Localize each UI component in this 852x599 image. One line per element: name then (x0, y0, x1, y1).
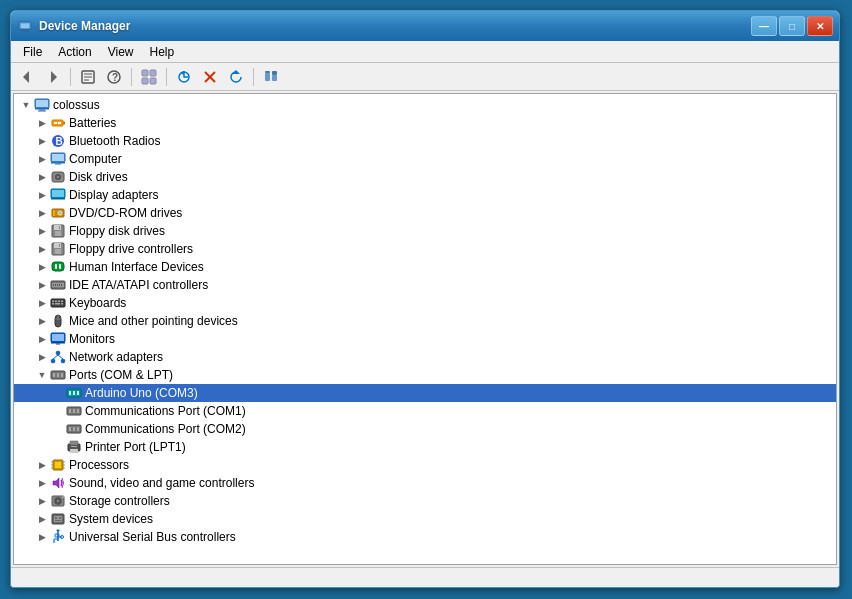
list-item[interactable]: ▶ Storage controllers (14, 492, 836, 510)
svg-text:?: ? (112, 72, 118, 83)
svg-rect-95 (77, 391, 79, 395)
tree-root[interactable]: ▼ colossus (14, 96, 836, 114)
menu-action[interactable]: Action (50, 43, 99, 61)
system-icon (50, 511, 66, 527)
svg-rect-82 (56, 344, 60, 345)
list-item[interactable]: ▶ Human Interface Devices (14, 258, 836, 276)
network-expander[interactable]: ▶ (34, 349, 50, 365)
ide-expander[interactable]: ▶ (34, 277, 50, 293)
scan-button[interactable] (224, 66, 248, 88)
list-item[interactable]: ▶ Sound, video and game controllers (14, 474, 836, 492)
update-driver-button[interactable] (172, 66, 196, 88)
root-expander[interactable]: ▼ (18, 97, 34, 113)
list-item[interactable]: ▶ Floppy drive controllers (14, 240, 836, 258)
bluetooth-expander[interactable]: ▶ (34, 133, 50, 149)
svg-rect-66 (57, 284, 58, 286)
list-item[interactable]: ▶ Processors (14, 456, 836, 474)
list-item[interactable]: ▶ Communications Port (COM1) (14, 402, 836, 420)
svg-text:B: B (56, 136, 63, 147)
maximize-button[interactable]: □ (779, 16, 805, 36)
svg-rect-101 (69, 427, 71, 431)
hid-label: Human Interface Devices (69, 260, 204, 274)
list-item[interactable]: ▶ Monitors (14, 330, 836, 348)
monitors-expander[interactable]: ▶ (34, 331, 50, 347)
list-item[interactable]: ▶ DVD/CD-ROM drives (14, 204, 836, 222)
menu-view[interactable]: View (100, 43, 142, 61)
help-button[interactable]: ? (102, 66, 126, 88)
computer-expander[interactable]: ▶ (34, 151, 50, 167)
keyboards-expander[interactable]: ▶ (34, 295, 50, 311)
system-expander[interactable]: ▶ (34, 511, 50, 527)
svg-rect-76 (61, 303, 63, 305)
svg-rect-94 (73, 391, 75, 395)
ports-icon (50, 367, 66, 383)
usb-expander[interactable]: ▶ (34, 529, 50, 545)
dvd-icon (50, 205, 66, 221)
svg-rect-124 (55, 520, 61, 521)
svg-rect-68 (61, 284, 62, 286)
properties-button[interactable] (76, 66, 100, 88)
ports-expander[interactable]: ▼ (34, 367, 50, 383)
printer-port-icon (66, 439, 82, 455)
dvd-label: DVD/CD-ROM drives (69, 206, 182, 220)
svg-rect-39 (51, 162, 65, 164)
floppy-ctrl-icon (50, 241, 66, 257)
close-button[interactable]: ✕ (807, 16, 833, 36)
resources-button[interactable] (259, 66, 283, 88)
disk-expander[interactable]: ▶ (34, 169, 50, 185)
svg-rect-30 (38, 111, 46, 112)
computer-label: Computer (69, 152, 122, 166)
back-button[interactable] (15, 66, 39, 88)
list-item[interactable]: ▶ Display adapters (14, 186, 836, 204)
svg-point-83 (56, 351, 60, 355)
list-item[interactable]: ▶ Arduino Uno (COM3) (14, 384, 836, 402)
floppy-ctrl-expander[interactable]: ▶ (34, 241, 50, 257)
list-item[interactable]: ▶ Disk drives (14, 168, 836, 186)
processors-label: Processors (69, 458, 129, 472)
list-item[interactable]: ▶ Mice and other pointing devices (14, 312, 836, 330)
list-item[interactable]: ▶ B Bluetooth Radios (14, 132, 836, 150)
forward-button[interactable] (41, 66, 65, 88)
processors-expander[interactable]: ▶ (34, 457, 50, 473)
list-item[interactable]: ▶ Communications Port (COM2) (14, 420, 836, 438)
display-expander[interactable]: ▶ (34, 187, 50, 203)
list-item[interactable]: ▶ Printer Port (LPT1) (14, 438, 836, 456)
svg-rect-81 (51, 342, 65, 344)
list-item[interactable]: ▶ Batteries (14, 114, 836, 132)
svg-rect-31 (52, 120, 63, 126)
list-item[interactable]: ▶ Floppy disk drives (14, 222, 836, 240)
svg-rect-14 (150, 70, 156, 76)
arduino-icon (66, 385, 82, 401)
mouse-icon (50, 313, 66, 329)
hid-icon (50, 259, 66, 275)
mice-expander[interactable]: ▶ (34, 313, 50, 329)
hid-expander[interactable]: ▶ (34, 259, 50, 275)
floppy-disk-label: Floppy disk drives (69, 224, 165, 238)
list-item[interactable]: ▶ Universal Serial Bus controllers (14, 528, 836, 546)
list-item[interactable]: ▶ IDE ATA/ATAPI controllers (14, 276, 836, 294)
uninstall-button[interactable] (198, 66, 222, 88)
list-item[interactable]: ▶ Keyboards (14, 294, 836, 312)
tree-view[interactable]: ▼ colossus ▶ (13, 93, 837, 565)
dvd-expander[interactable]: ▶ (34, 205, 50, 221)
svg-rect-107 (71, 446, 77, 447)
batteries-expander[interactable]: ▶ (34, 115, 50, 131)
menu-file[interactable]: File (15, 43, 50, 61)
list-item[interactable]: ▶ Computer (14, 150, 836, 168)
svg-rect-29 (39, 110, 45, 111)
sound-expander[interactable]: ▶ (34, 475, 50, 491)
menu-help[interactable]: Help (142, 43, 183, 61)
svg-marker-6 (51, 71, 57, 83)
svg-rect-91 (61, 373, 63, 377)
list-item[interactable]: ▶ System devices (14, 510, 836, 528)
show-hidden-button[interactable] (137, 66, 161, 88)
svg-rect-59 (52, 262, 64, 271)
list-item[interactable]: ▶ Network adapters (14, 348, 836, 366)
storage-expander[interactable]: ▶ (34, 493, 50, 509)
arduino-label: Arduino Uno (COM3) (85, 386, 198, 400)
network-icon (50, 349, 66, 365)
list-item[interactable]: ▼ Ports (COM & LPT) (14, 366, 836, 384)
floppy-disk-expander[interactable]: ▶ (34, 223, 50, 239)
minimize-button[interactable]: — (751, 16, 777, 36)
svg-rect-122 (55, 517, 57, 519)
